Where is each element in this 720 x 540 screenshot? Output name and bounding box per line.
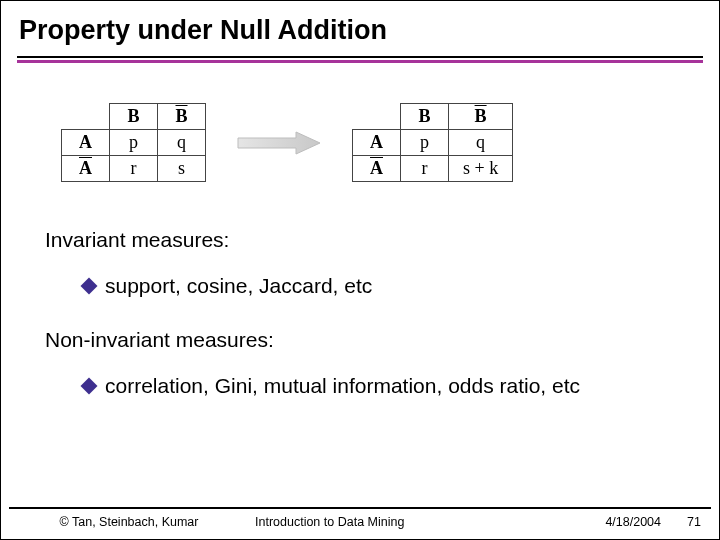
cell-r: r bbox=[401, 156, 449, 182]
contingency-table-left: B B A p q A r s bbox=[61, 103, 206, 182]
svg-marker-0 bbox=[238, 132, 320, 154]
noninvariant-text: correlation, Gini, mutual information, o… bbox=[105, 374, 580, 398]
col-B-bar: B bbox=[158, 104, 206, 130]
footer-copyright: © Tan, Steinbach, Kumar bbox=[19, 515, 239, 529]
footer-course: Introduction to Data Mining bbox=[239, 515, 541, 529]
invariant-text: support, cosine, Jaccard, etc bbox=[105, 274, 372, 298]
divider-black bbox=[17, 56, 703, 58]
tables-container: B B A p q A r s B B bbox=[1, 63, 719, 182]
cell-r: r bbox=[110, 156, 158, 182]
body-text: Invariant measures: support, cosine, Jac… bbox=[1, 182, 719, 398]
footer-date: 4/18/2004 bbox=[541, 515, 671, 529]
slide-title: Property under Null Addition bbox=[1, 1, 719, 56]
cell-p: p bbox=[401, 130, 449, 156]
cell-q: q bbox=[158, 130, 206, 156]
contingency-table-right: B B A p q A r s + k bbox=[352, 103, 513, 182]
row-A: A bbox=[353, 130, 401, 156]
col-B-bar: B bbox=[449, 104, 513, 130]
arrow-icon bbox=[234, 127, 324, 159]
footer-page: 71 bbox=[671, 515, 701, 529]
row-A-bar: A bbox=[353, 156, 401, 182]
invariant-heading: Invariant measures: bbox=[45, 228, 675, 252]
cell-sk: s + k bbox=[449, 156, 513, 182]
noninvariant-item: correlation, Gini, mutual information, o… bbox=[45, 374, 675, 398]
bullet-icon bbox=[81, 278, 98, 295]
noninvariant-heading: Non-invariant measures: bbox=[45, 328, 675, 352]
bullet-icon bbox=[81, 378, 98, 395]
col-B: B bbox=[110, 104, 158, 130]
cell-p: p bbox=[110, 130, 158, 156]
row-A-bar: A bbox=[62, 156, 110, 182]
cell-s: s bbox=[158, 156, 206, 182]
footer: © Tan, Steinbach, Kumar Introduction to … bbox=[9, 507, 711, 529]
row-A: A bbox=[62, 130, 110, 156]
col-B: B bbox=[401, 104, 449, 130]
cell-q: q bbox=[449, 130, 513, 156]
invariant-item: support, cosine, Jaccard, etc bbox=[45, 274, 675, 298]
